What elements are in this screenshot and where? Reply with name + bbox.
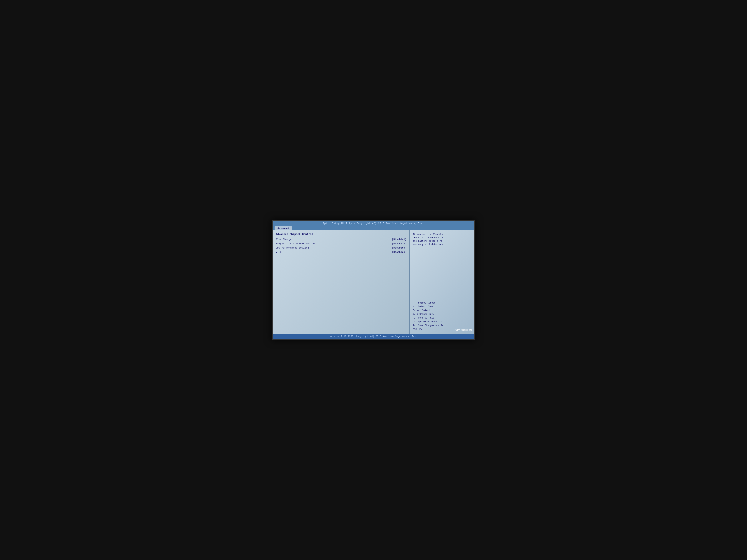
menu-value-vtd: [Disabled] (392, 251, 407, 254)
menu-value-gpu: [Disabled] (392, 246, 407, 249)
menu-label-gpu: GPU Performance Scaling (276, 246, 324, 249)
menu-row-vtd[interactable]: VT-d [Disabled] (276, 250, 407, 254)
menu-value-flexicharger: [Disabled] (392, 238, 407, 241)
menu-row-flexicharger[interactable]: FlexiCharger [Disabled] (276, 238, 407, 241)
menu-value-mshybrid: [DISCRETE] (392, 242, 407, 245)
menu-row-gpu[interactable]: GPU Performance Scaling [Disabled] (276, 246, 407, 250)
menu-row-mshybrid[interactable]: MSHybrid or DISCRETE Switch [DISCRETE] (276, 242, 407, 245)
menu-label-vtd: VT-d (276, 251, 324, 254)
divider (413, 299, 471, 299)
key-help-select-item: ↑↓: Select Item (413, 305, 471, 309)
key-help-esc: ESC: Exit (413, 327, 471, 331)
main-content: Advanced Chipset Control FlexiCharger [D… (273, 230, 474, 334)
bottom-bar: Version 2.18.1260. Copyright (C) 2016 Am… (273, 334, 474, 339)
menu-label-mshybrid: MSHybrid or DISCRETE Switch (276, 242, 324, 245)
key-help-f1: F1: General Help (413, 316, 471, 320)
menu-label-flexicharger: FlexiCharger (276, 238, 324, 241)
tab-advanced[interactable]: Advanced (275, 226, 292, 230)
key-help-f4: F4: Save Changes and Re (413, 324, 471, 327)
key-help-select-screen: →←: Select Screen (413, 301, 471, 305)
help-text: If you set the FlexiCha “Enabled”, note … (413, 233, 471, 246)
tab-bar: Advanced (273, 226, 474, 230)
right-panel: If you set the FlexiCha “Enabled”, note … (410, 230, 474, 334)
section-title: Advanced Chipset Control (276, 233, 407, 236)
bios-header: Aptio Setup Utility - Copyright (C) 2016… (273, 221, 474, 226)
key-help-f3: F3: Optimized Defaults (413, 320, 471, 324)
left-panel: Advanced Chipset Control FlexiCharger [D… (273, 230, 410, 334)
key-help-list: →←: Select Screen ↑↓: Select Item Enter:… (413, 301, 471, 331)
key-help-change-opt: +/-: Change Opt. (413, 313, 471, 316)
key-help-enter: Enter: Select (413, 309, 471, 313)
